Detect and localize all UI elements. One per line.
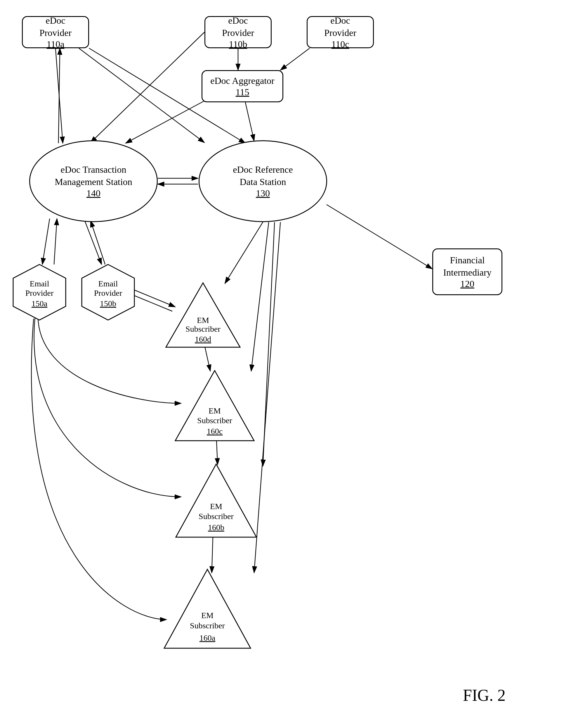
svg-line-21	[263, 222, 275, 466]
svg-line-12	[326, 205, 432, 269]
edoc-transaction-140-id: 140	[87, 188, 101, 199]
edoc-transaction-140-label: eDoc TransactionManagement Station	[55, 164, 132, 188]
edoc-provider-110a-id: 110a	[46, 39, 64, 50]
em-subscriber-160c: EM Subscriber 160c	[172, 368, 257, 445]
svg-text:Provider: Provider	[94, 288, 122, 298]
svg-text:150a: 150a	[32, 299, 48, 308]
edoc-provider-110a-label: eDoc Provider	[29, 15, 82, 39]
edoc-reference-130: eDoc ReferenceData Station 130	[199, 140, 327, 222]
svg-line-14	[54, 219, 57, 264]
edoc-provider-110c: eDoc Provider 110c	[307, 16, 374, 48]
figure-label: FIG. 2	[463, 686, 506, 705]
email-provider-150a: Email Provider 150a	[9, 263, 70, 323]
edoc-provider-110b: eDoc Provider 110b	[205, 16, 272, 48]
diagram-container: eDoc Provider 110a eDoc Provider 110b eD…	[0, 0, 564, 728]
svg-text:EM: EM	[201, 611, 214, 620]
svg-text:160c: 160c	[207, 427, 223, 436]
svg-text:Subscriber: Subscriber	[190, 621, 225, 630]
svg-text:Email: Email	[98, 279, 118, 288]
em-subscriber-160b: EM Subscriber 160b	[172, 462, 260, 542]
svg-line-6	[281, 48, 309, 70]
edoc-provider-110b-label: eDoc Provider	[211, 15, 265, 39]
em-subscriber-160a: EM Subscriber 160a	[161, 567, 254, 653]
svg-line-2	[56, 48, 63, 143]
svg-text:160a: 160a	[200, 633, 216, 642]
svg-text:Subscriber: Subscriber	[197, 416, 232, 425]
connections-svg	[0, 0, 564, 728]
svg-line-9	[79, 48, 205, 143]
edoc-provider-110a: eDoc Provider 110a	[22, 16, 89, 48]
svg-text:Provider: Provider	[25, 288, 54, 298]
email-provider-150b: Email Provider 150b	[77, 263, 139, 323]
svg-text:Subscriber: Subscriber	[186, 324, 221, 333]
svg-line-16	[91, 221, 105, 264]
edoc-reference-130-label: eDoc ReferenceData Station	[233, 164, 293, 188]
svg-text:150b: 150b	[100, 299, 116, 308]
edoc-aggregator-115-label: eDoc Aggregator	[210, 75, 274, 87]
edoc-aggregator-115: eDoc Aggregator 115	[202, 70, 283, 102]
svg-line-7	[245, 102, 254, 141]
financial-intermediary-120-id: 120	[460, 279, 474, 289]
svg-text:EM: EM	[210, 502, 222, 511]
svg-line-15	[85, 221, 102, 264]
svg-line-3	[58, 48, 60, 143]
edoc-provider-110c-id: 110c	[331, 39, 349, 50]
svg-line-26	[91, 32, 205, 143]
svg-text:160b: 160b	[208, 523, 224, 532]
edoc-reference-130-id: 130	[256, 188, 270, 199]
edoc-transaction-140: eDoc TransactionManagement Station 140	[29, 140, 158, 222]
em-subscriber-160d: EM Subscriber 160d	[164, 281, 243, 352]
svg-line-13	[42, 219, 50, 264]
svg-text:Email: Email	[30, 279, 49, 288]
edoc-provider-110b-id: 110b	[229, 39, 248, 50]
edoc-provider-110c-label: eDoc Provider	[313, 15, 367, 39]
svg-line-20	[251, 222, 269, 371]
svg-text:EM: EM	[197, 316, 209, 325]
svg-line-8	[126, 101, 205, 143]
edoc-aggregator-115-id: 115	[236, 87, 250, 98]
svg-line-19	[225, 222, 263, 283]
svg-text:EM: EM	[209, 406, 221, 415]
svg-text:Subscriber: Subscriber	[199, 512, 234, 521]
financial-intermediary-120: FinancialIntermediary 120	[432, 248, 502, 295]
financial-intermediary-120-label: FinancialIntermediary	[443, 254, 491, 279]
svg-text:160d: 160d	[195, 335, 211, 344]
